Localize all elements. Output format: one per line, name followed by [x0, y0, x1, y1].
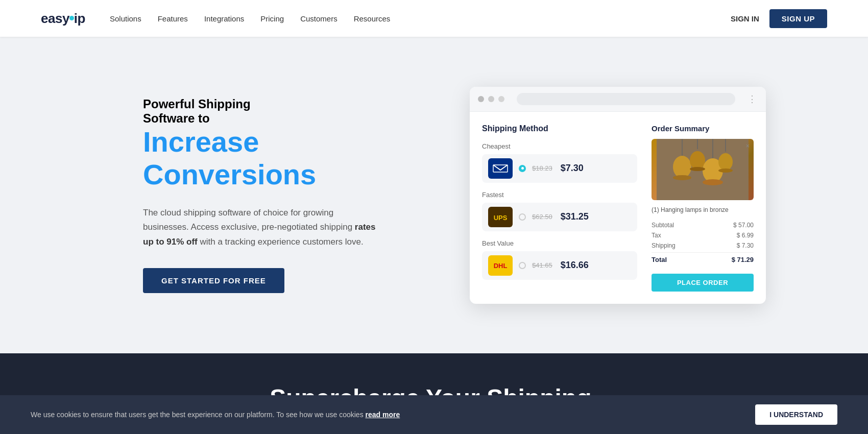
usps-radio[interactable]	[519, 165, 526, 172]
cookie-banner: We use cookies to ensure that users get …	[0, 395, 868, 434]
hero-description: The cloud shipping software of choice fo…	[143, 206, 378, 250]
logo-wordmark-2: ip	[74, 11, 85, 27]
total-label: Total	[652, 256, 667, 263]
window-dot-2	[488, 96, 494, 102]
shipping-methods-panel: Shipping Method Cheapest	[482, 124, 637, 292]
logo-wordmark: easy	[41, 11, 69, 27]
ups-logo-text: UPS	[491, 207, 510, 227]
logo-dot-icon	[69, 16, 74, 20]
svg-text:UPS: UPS	[494, 214, 508, 222]
hero-cta-button[interactable]: GET STARTED FOR FREE	[143, 268, 284, 293]
url-bar	[517, 93, 735, 105]
fastest-option: Fastest UPS $62	[482, 191, 637, 231]
subtotal-value: $ 57.00	[733, 222, 754, 229]
svg-point-14	[718, 153, 733, 171]
svg-point-18	[718, 168, 733, 173]
window-dot-3	[498, 96, 504, 102]
svg-point-15	[673, 175, 691, 180]
svg-point-17	[703, 179, 723, 185]
dhl-radio[interactable]	[519, 262, 526, 269]
hero-title: Powerful Shipping Software to Increase C…	[143, 97, 408, 191]
cheapest-row[interactable]: $18.23 $7.30	[482, 154, 637, 183]
dhl-new-price: $16.66	[561, 260, 589, 271]
usps-original-price: $18.23	[532, 164, 552, 172]
nav-features[interactable]: Features	[158, 14, 188, 23]
nav-integrations[interactable]: Integrations	[204, 14, 244, 23]
shipping-cost-value: $ 7.30	[737, 242, 754, 249]
widget-body: Shipping Method Cheapest	[470, 112, 766, 304]
sign-up-button[interactable]: SIGN UP	[769, 9, 827, 28]
widget-wrapper: ⋮ Shipping Method Cheapest	[408, 87, 827, 304]
widget-titlebar: ⋮	[470, 87, 766, 112]
nav-solutions[interactable]: Solutions	[110, 14, 141, 23]
best-value-label: Best Value	[482, 239, 637, 247]
product-image: ×	[652, 139, 754, 200]
ups-new-price: $31.25	[561, 211, 589, 222]
dhl-logo-text: DHL	[491, 255, 510, 276]
nav-links: Solutions Features Integrations Pricing …	[110, 14, 731, 23]
cheapest-option: Cheapest	[482, 142, 637, 183]
lamp-illustration	[657, 139, 749, 200]
total-line: Total $ 71.29	[652, 252, 754, 263]
fastest-label: Fastest	[482, 191, 637, 199]
total-value: $ 71.29	[732, 256, 754, 263]
hero-title-blue: Increase Conversions	[143, 126, 408, 191]
usps-logo-text	[491, 161, 510, 176]
shipping-line: Shipping $ 7.30	[652, 242, 754, 249]
usps-logo	[488, 158, 513, 179]
svg-point-12	[690, 151, 705, 170]
order-summary-panel: Order Summary ×	[652, 124, 754, 292]
tax-line: Tax $ 6.99	[652, 232, 754, 239]
hero-title-line2: Software to	[143, 111, 210, 125]
hero-content: Powerful Shipping Software to Increase C…	[143, 97, 408, 293]
nav-resources[interactable]: Resources	[354, 14, 391, 23]
cheapest-label: Cheapest	[482, 142, 637, 150]
dhl-logo: DHL	[488, 255, 513, 276]
product-name: (1) Hanging lamps in bronze	[652, 206, 754, 213]
order-summary-title: Order Summary	[652, 124, 754, 133]
tax-label: Tax	[652, 232, 661, 239]
hero-bold-text: rates up to 91% off	[143, 222, 376, 247]
menu-dots-icon: ⋮	[748, 93, 758, 105]
svg-rect-0	[491, 161, 510, 175]
usps-new-price: $7.30	[561, 163, 584, 174]
ups-original-price: $62.50	[532, 213, 552, 221]
nav-pricing[interactable]: Pricing	[260, 14, 284, 23]
sign-in-button[interactable]: SIGN IN	[731, 14, 759, 23]
svg-text:DHL: DHL	[494, 262, 508, 270]
ups-radio[interactable]	[519, 213, 526, 221]
nav-customers[interactable]: Customers	[300, 14, 337, 23]
subtotal-label: Subtotal	[652, 222, 674, 229]
svg-point-16	[690, 167, 705, 171]
shipping-method-title: Shipping Method	[482, 124, 637, 133]
window-dot-1	[478, 96, 484, 102]
nav-actions: SIGN IN SIGN UP	[731, 9, 827, 28]
cookie-text: We use cookies to ensure that users get …	[31, 411, 400, 419]
svg-point-11	[673, 156, 691, 178]
hero-title-line1: Powerful Shipping	[143, 97, 251, 111]
cookie-understand-button[interactable]: I UNDERSTAND	[755, 404, 837, 425]
place-order-button[interactable]: PLACE ORDER	[652, 274, 754, 292]
fastest-row[interactable]: UPS $62.50 $31.25	[482, 203, 637, 231]
tax-value: $ 6.99	[737, 232, 754, 239]
logo[interactable]: easyip	[41, 11, 85, 27]
shipping-widget: ⋮ Shipping Method Cheapest	[470, 87, 766, 304]
hero-section: Powerful Shipping Software to Increase C…	[0, 37, 868, 353]
ups-logo: UPS	[488, 207, 513, 227]
close-icon[interactable]: ×	[745, 142, 750, 150]
shipping-cost-label: Shipping	[652, 242, 676, 249]
navbar: easyip Solutions Features Integrations P…	[0, 0, 868, 37]
dhl-original-price: $41.65	[532, 261, 552, 269]
cookie-read-more-link[interactable]: read more	[366, 411, 400, 419]
best-value-option: Best Value DHL	[482, 239, 637, 280]
subtotal-line: Subtotal $ 57.00	[652, 222, 754, 229]
best-value-row[interactable]: DHL $41.65 $16.66	[482, 251, 637, 280]
